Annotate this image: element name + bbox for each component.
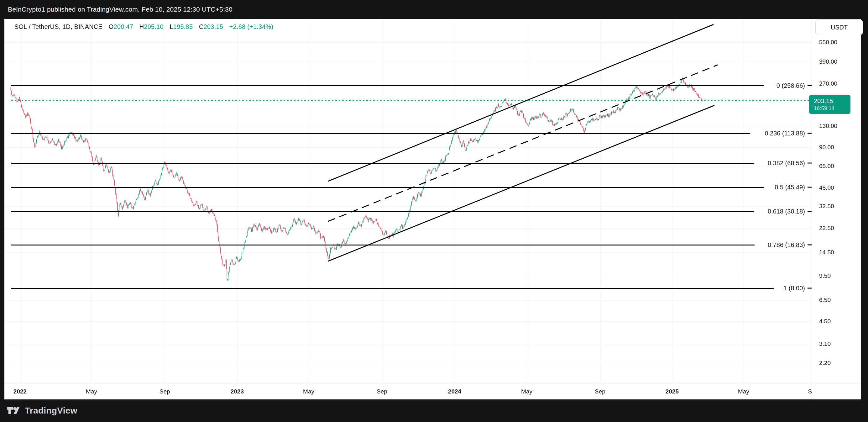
fib-label-tick [808, 288, 812, 289]
footer-bar: TradingView [0, 399, 868, 422]
fib-label-tick [808, 245, 812, 245]
time-axis-label[interactable]: May [738, 388, 749, 395]
price-axis-label[interactable]: 130.00 [819, 123, 837, 129]
footer-brand-text[interactable]: TradingView [25, 406, 78, 416]
time-axis-label[interactable]: 2024 [448, 388, 461, 395]
last-price-badge[interactable]: 203.15 16:59:14 [809, 95, 850, 114]
fib-level-label: 0.618 (30.18) [768, 208, 805, 215]
price-axis-label[interactable]: 390.00 [819, 58, 837, 65]
fib-label-row: 0.618 (30.18) [768, 208, 812, 215]
fib-label-tick [808, 163, 812, 164]
fib-level-line[interactable] [11, 211, 754, 212]
fib-label-tick [808, 85, 812, 86]
time-axis-label[interactable]: May [86, 388, 97, 395]
legend-close-label: C [199, 23, 204, 30]
time-axis[interactable]: 2022MaySep2023MaySep2024MaySep2025MaySe [4, 384, 812, 399]
legend-change: +2.68 (+1.34%) [229, 23, 274, 30]
time-axis-label[interactable]: Sep [595, 388, 606, 395]
price-axis-label[interactable]: 32.50 [819, 203, 834, 210]
fib-label-row: 0.5 (45.49) [775, 184, 812, 191]
price-axis-label[interactable]: 14.50 [819, 249, 834, 256]
fib-label-row: 1 (8.00) [783, 285, 812, 292]
chart-pane[interactable]: SOL / TetherUS, 1D, BINANCE O200.47 H205… [4, 19, 812, 383]
price-axis-label[interactable]: 22.50 [819, 225, 834, 232]
price-axis-label[interactable]: 550.00 [819, 39, 837, 46]
legend-low-label: L [170, 23, 173, 30]
legend-high-label: H [140, 23, 144, 30]
price-axis-label[interactable]: 6.50 [819, 297, 831, 303]
price-axis-label[interactable]: 9.50 [819, 272, 831, 279]
time-axis-label[interactable]: Se [808, 388, 812, 395]
legend-open-label: O [109, 23, 114, 30]
fib-label-row: 0.236 (113.88) [765, 130, 812, 137]
fib-level-label: 0.382 (68.56) [768, 159, 805, 167]
fib-level-line[interactable] [11, 163, 754, 164]
chart-panel: SOL / TetherUS, 1D, BINANCE O200.47 H205… [4, 19, 861, 399]
fib-level-label: 0.786 (16.83) [768, 241, 805, 249]
fib-level-label: 0.236 (113.88) [765, 130, 805, 137]
time-axis-label[interactable]: 2023 [230, 388, 244, 395]
time-axis-label[interactable]: May [303, 388, 314, 395]
price-axis-label[interactable]: 4.50 [819, 318, 831, 325]
fib-level-line[interactable] [11, 288, 774, 289]
fib-label-row: 0.786 (16.83) [768, 241, 812, 249]
fib-label-row: 0.382 (68.56) [768, 159, 812, 167]
currency-toggle-button[interactable]: USDT [815, 20, 863, 35]
fib-label-tick [808, 133, 812, 134]
bar-countdown-timer: 16:59:14 [814, 105, 850, 112]
fib-level-label: 1 (8.00) [783, 285, 805, 292]
price-axis-label[interactable]: 270.00 [819, 80, 837, 87]
price-axis-label[interactable]: 45.00 [819, 184, 834, 191]
legend-close-value: 203.15 [204, 23, 223, 30]
price-scale[interactable]: USDT 550.00390.00270.00130.0090.0065.004… [812, 19, 861, 399]
price-axis-label[interactable]: 3.10 [819, 340, 831, 348]
legend-high-value: 205.10 [144, 23, 163, 30]
legend-low-value: 195.85 [173, 23, 193, 30]
header-bar: BeInCrypto1 published on TradingView.com… [0, 0, 868, 19]
tradingview-logo-icon[interactable] [7, 406, 21, 415]
time-axis-label[interactable]: Sep [377, 388, 387, 395]
time-axis-label[interactable]: May [521, 388, 532, 395]
fib-level-label: 0.5 (45.49) [775, 184, 805, 191]
fib-level-label: 0 (258.66) [776, 82, 805, 89]
fib-level-line[interactable] [11, 85, 764, 86]
time-axis-label[interactable]: 2025 [665, 388, 679, 395]
fib-label-row: 0 (258.66) [776, 82, 812, 89]
symbol-legend[interactable]: SOL / TetherUS, 1D, BINANCE O200.47 H205… [14, 23, 273, 30]
legend-symbol[interactable]: SOL / TetherUS, 1D, BINANCE [14, 23, 102, 30]
candlestick-canvas[interactable] [4, 19, 812, 383]
fib-level-line[interactable] [11, 187, 764, 188]
price-axis-label[interactable]: 2.20 [819, 360, 831, 366]
currency-label: USDT [831, 24, 848, 31]
time-axis-label[interactable]: Sep [159, 388, 170, 395]
price-axis-label[interactable]: 65.00 [819, 163, 834, 170]
time-axis-label[interactable]: 2022 [13, 388, 27, 395]
fib-level-line[interactable] [11, 245, 754, 245]
legend-open-value: 200.47 [114, 23, 133, 30]
fib-label-tick [808, 211, 812, 212]
price-axis-label[interactable]: 90.00 [819, 144, 834, 151]
fib-label-tick [808, 187, 812, 188]
fib-level-line[interactable] [11, 133, 750, 134]
last-price-value: 203.15 [814, 97, 850, 105]
header-attribution: BeInCrypto1 published on TradingView.com… [8, 6, 232, 13]
